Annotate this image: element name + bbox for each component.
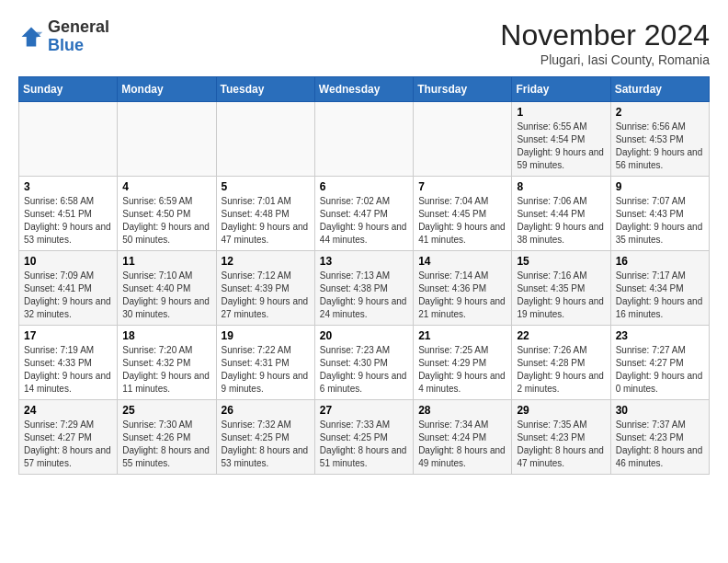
day-info: Sunrise: 6:56 AM Sunset: 4:53 PM Dayligh… <box>616 121 704 172</box>
weekday-sunday: Sunday <box>19 77 118 102</box>
logo-text: General Blue <box>48 18 109 55</box>
weekday-tuesday: Tuesday <box>216 77 314 102</box>
day-info: Sunrise: 7:33 AM Sunset: 4:25 PM Dayligh… <box>320 419 408 470</box>
logo: General Blue <box>18 18 109 55</box>
week-row-2: 3Sunrise: 6:58 AM Sunset: 4:51 PM Daylig… <box>19 177 710 251</box>
day-info: Sunrise: 7:09 AM Sunset: 4:41 PM Dayligh… <box>24 270 112 321</box>
day-info: Sunrise: 7:34 AM Sunset: 4:24 PM Dayligh… <box>418 419 506 470</box>
day-number: 25 <box>122 404 210 417</box>
calendar-cell: 20Sunrise: 7:23 AM Sunset: 4:30 PM Dayli… <box>314 326 413 400</box>
calendar-cell: 19Sunrise: 7:22 AM Sunset: 4:31 PM Dayli… <box>216 326 314 400</box>
calendar-cell: 10Sunrise: 7:09 AM Sunset: 4:41 PM Dayli… <box>19 251 118 326</box>
day-info: Sunrise: 7:04 AM Sunset: 4:45 PM Dayligh… <box>418 195 506 247</box>
svg-marker-0 <box>22 27 41 46</box>
calendar-cell: 8Sunrise: 7:06 AM Sunset: 4:44 PM Daylig… <box>512 177 610 251</box>
day-info: Sunrise: 7:06 AM Sunset: 4:44 PM Dayligh… <box>517 195 605 247</box>
day-number: 3 <box>24 180 112 193</box>
calendar-cell <box>314 102 413 177</box>
calendar-cell: 26Sunrise: 7:32 AM Sunset: 4:25 PM Dayli… <box>216 400 314 475</box>
day-number: 2 <box>616 106 704 119</box>
day-info: Sunrise: 7:19 AM Sunset: 4:33 PM Dayligh… <box>24 344 112 396</box>
calendar-cell: 28Sunrise: 7:34 AM Sunset: 4:24 PM Dayli… <box>414 400 512 475</box>
day-number: 22 <box>517 329 605 342</box>
calendar-cell: 27Sunrise: 7:33 AM Sunset: 4:25 PM Dayli… <box>314 400 413 475</box>
page-header: General Blue November 2024 Plugari, Iasi… <box>18 18 710 67</box>
calendar-cell <box>414 102 512 177</box>
calendar-cell: 25Sunrise: 7:30 AM Sunset: 4:26 PM Dayli… <box>118 400 216 475</box>
day-number: 16 <box>616 255 704 268</box>
day-info: Sunrise: 7:07 AM Sunset: 4:43 PM Dayligh… <box>616 195 704 247</box>
week-row-5: 24Sunrise: 7:29 AM Sunset: 4:27 PM Dayli… <box>19 400 710 475</box>
weekday-wednesday: Wednesday <box>314 77 413 102</box>
day-number: 4 <box>122 180 210 193</box>
day-number: 27 <box>320 404 408 417</box>
day-number: 11 <box>122 255 210 268</box>
calendar-cell: 29Sunrise: 7:35 AM Sunset: 4:23 PM Dayli… <box>512 400 610 475</box>
day-info: Sunrise: 7:17 AM Sunset: 4:34 PM Dayligh… <box>616 270 704 321</box>
day-number: 13 <box>320 255 408 268</box>
day-info: Sunrise: 7:12 AM Sunset: 4:39 PM Dayligh… <box>222 270 310 321</box>
calendar-cell <box>118 102 216 177</box>
title-block: November 2024 Plugari, Iasi County, Roma… <box>500 18 710 67</box>
day-info: Sunrise: 7:27 AM Sunset: 4:27 PM Dayligh… <box>616 344 704 396</box>
day-number: 28 <box>418 404 506 417</box>
calendar-cell: 30Sunrise: 7:37 AM Sunset: 4:23 PM Dayli… <box>610 400 709 475</box>
day-info: Sunrise: 7:37 AM Sunset: 4:23 PM Dayligh… <box>616 419 704 470</box>
day-number: 26 <box>222 404 310 417</box>
day-number: 19 <box>222 329 310 342</box>
calendar-cell: 18Sunrise: 7:20 AM Sunset: 4:32 PM Dayli… <box>118 326 216 400</box>
day-info: Sunrise: 7:10 AM Sunset: 4:40 PM Dayligh… <box>122 270 210 321</box>
day-info: Sunrise: 7:16 AM Sunset: 4:35 PM Dayligh… <box>517 270 605 321</box>
location: Plugari, Iasi County, Romania <box>500 52 710 67</box>
calendar-cell <box>19 102 118 177</box>
day-info: Sunrise: 7:30 AM Sunset: 4:26 PM Dayligh… <box>122 419 210 470</box>
day-info: Sunrise: 7:20 AM Sunset: 4:32 PM Dayligh… <box>122 344 210 396</box>
calendar-body: 1Sunrise: 6:55 AM Sunset: 4:54 PM Daylig… <box>19 102 710 475</box>
day-number: 14 <box>418 255 506 268</box>
day-info: Sunrise: 6:59 AM Sunset: 4:50 PM Dayligh… <box>122 195 210 247</box>
weekday-thursday: Thursday <box>414 77 512 102</box>
calendar-cell: 24Sunrise: 7:29 AM Sunset: 4:27 PM Dayli… <box>19 400 118 475</box>
week-row-1: 1Sunrise: 6:55 AM Sunset: 4:54 PM Daylig… <box>19 102 710 177</box>
day-info: Sunrise: 6:55 AM Sunset: 4:54 PM Dayligh… <box>517 121 605 172</box>
week-row-4: 17Sunrise: 7:19 AM Sunset: 4:33 PM Dayli… <box>19 326 710 400</box>
svg-marker-1 <box>36 32 42 39</box>
calendar-cell: 15Sunrise: 7:16 AM Sunset: 4:35 PM Dayli… <box>512 251 610 326</box>
calendar-cell: 6Sunrise: 7:02 AM Sunset: 4:47 PM Daylig… <box>314 177 413 251</box>
calendar-cell: 2Sunrise: 6:56 AM Sunset: 4:53 PM Daylig… <box>610 102 709 177</box>
day-info: Sunrise: 7:25 AM Sunset: 4:29 PM Dayligh… <box>418 344 506 396</box>
day-info: Sunrise: 7:32 AM Sunset: 4:25 PM Dayligh… <box>222 419 310 470</box>
day-number: 24 <box>24 404 112 417</box>
day-number: 5 <box>222 180 310 193</box>
calendar-cell: 23Sunrise: 7:27 AM Sunset: 4:27 PM Dayli… <box>610 326 709 400</box>
month-title: November 2024 <box>500 18 710 52</box>
weekday-header-row: SundayMondayTuesdayWednesdayThursdayFrid… <box>19 77 710 102</box>
day-number: 17 <box>24 329 112 342</box>
day-number: 9 <box>616 180 704 193</box>
day-number: 15 <box>517 255 605 268</box>
weekday-monday: Monday <box>118 77 216 102</box>
calendar-cell: 14Sunrise: 7:14 AM Sunset: 4:36 PM Dayli… <box>414 251 512 326</box>
day-info: Sunrise: 7:29 AM Sunset: 4:27 PM Dayligh… <box>24 419 112 470</box>
calendar-cell: 16Sunrise: 7:17 AM Sunset: 4:34 PM Dayli… <box>610 251 709 326</box>
day-number: 23 <box>616 329 704 342</box>
day-number: 29 <box>517 404 605 417</box>
day-number: 30 <box>616 404 704 417</box>
day-number: 20 <box>320 329 408 342</box>
calendar-cell: 3Sunrise: 6:58 AM Sunset: 4:51 PM Daylig… <box>19 177 118 251</box>
day-info: Sunrise: 7:35 AM Sunset: 4:23 PM Dayligh… <box>517 419 605 470</box>
day-info: Sunrise: 7:22 AM Sunset: 4:31 PM Dayligh… <box>222 344 310 396</box>
day-number: 10 <box>24 255 112 268</box>
day-number: 7 <box>418 180 506 193</box>
calendar-cell: 7Sunrise: 7:04 AM Sunset: 4:45 PM Daylig… <box>414 177 512 251</box>
calendar-cell: 22Sunrise: 7:26 AM Sunset: 4:28 PM Dayli… <box>512 326 610 400</box>
day-info: Sunrise: 7:02 AM Sunset: 4:47 PM Dayligh… <box>320 195 408 247</box>
calendar-cell: 11Sunrise: 7:10 AM Sunset: 4:40 PM Dayli… <box>118 251 216 326</box>
calendar-table: SundayMondayTuesdayWednesdayThursdayFrid… <box>18 76 710 475</box>
logo-icon <box>18 24 44 50</box>
calendar-cell: 17Sunrise: 7:19 AM Sunset: 4:33 PM Dayli… <box>19 326 118 400</box>
calendar-cell: 5Sunrise: 7:01 AM Sunset: 4:48 PM Daylig… <box>216 177 314 251</box>
calendar-cell: 13Sunrise: 7:13 AM Sunset: 4:38 PM Dayli… <box>314 251 413 326</box>
calendar-cell: 1Sunrise: 6:55 AM Sunset: 4:54 PM Daylig… <box>512 102 610 177</box>
day-number: 6 <box>320 180 408 193</box>
